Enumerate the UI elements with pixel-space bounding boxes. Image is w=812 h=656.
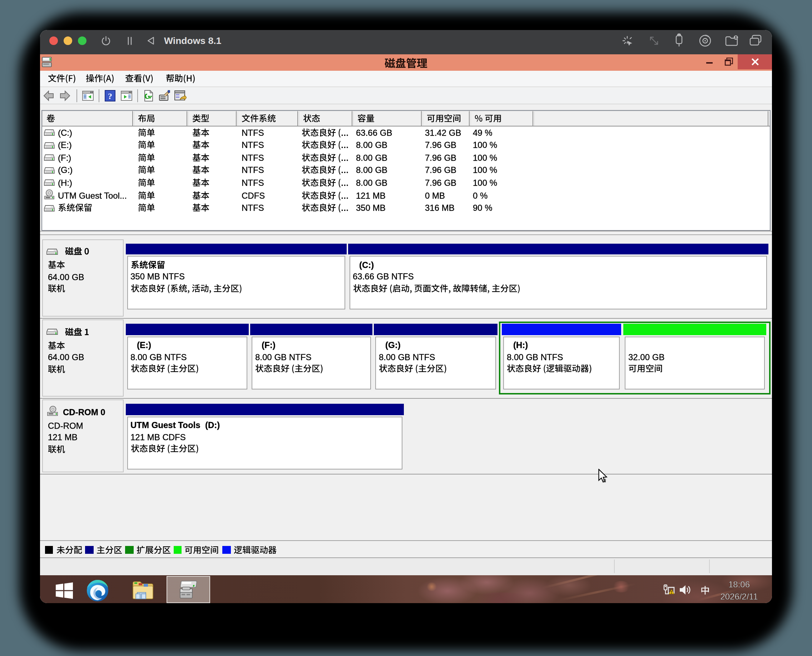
svg-text:?: ? (108, 91, 112, 101)
